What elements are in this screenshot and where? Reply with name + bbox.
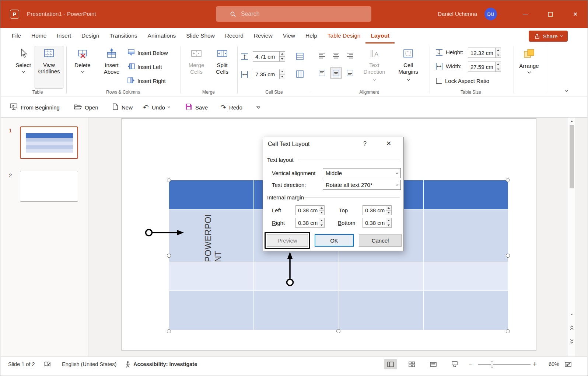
cell-height-input[interactable] bbox=[253, 52, 279, 61]
preview-button[interactable]: Preview bbox=[267, 234, 308, 247]
redo-button[interactable]: ↷ Redo bbox=[220, 104, 242, 111]
spin-down[interactable] bbox=[496, 67, 501, 72]
table-cell[interactable] bbox=[424, 262, 508, 290]
search-box[interactable] bbox=[216, 6, 371, 22]
tab-layout[interactable]: Layout bbox=[365, 28, 395, 43]
left-margin-input[interactable] bbox=[296, 206, 319, 215]
maximize-button[interactable] bbox=[538, 0, 563, 28]
zoom-in-button[interactable]: + bbox=[533, 360, 537, 369]
bottom-margin-field[interactable] bbox=[363, 218, 392, 228]
cancel-button[interactable]: Cancel bbox=[359, 234, 402, 247]
table-cell[interactable] bbox=[169, 262, 254, 290]
table-resize-handle[interactable] bbox=[506, 329, 510, 333]
tab-insert[interactable]: Insert bbox=[52, 28, 76, 43]
insert-left-button[interactable]: Insert Left bbox=[127, 62, 162, 72]
left-margin-field[interactable] bbox=[295, 205, 325, 215]
table-resize-handle[interactable] bbox=[167, 329, 171, 333]
table-resize-handle[interactable] bbox=[506, 178, 510, 182]
view-gridlines-toggle[interactable]: View Gridlines bbox=[35, 46, 63, 88]
slide-2-thumbnail[interactable] bbox=[20, 171, 78, 202]
scroll-up-button[interactable] bbox=[568, 118, 575, 125]
normal-view-button[interactable] bbox=[384, 359, 397, 369]
align-center-button[interactable] bbox=[330, 49, 342, 61]
spin-down[interactable] bbox=[280, 74, 285, 79]
reading-view-button[interactable] bbox=[427, 359, 440, 369]
spin-up[interactable] bbox=[386, 206, 391, 210]
right-margin-field[interactable] bbox=[295, 218, 325, 228]
language-indicator[interactable]: English (United States) bbox=[62, 360, 116, 369]
cell-width-spinner[interactable] bbox=[279, 69, 285, 79]
spin-up[interactable] bbox=[496, 48, 501, 53]
next-slide-button[interactable] bbox=[568, 336, 575, 346]
select-button[interactable]: Select bbox=[13, 46, 33, 88]
spell-check-icon[interactable] bbox=[43, 360, 51, 369]
align-left-button[interactable] bbox=[316, 49, 328, 61]
table-height-input[interactable] bbox=[468, 48, 495, 58]
table-width-field[interactable] bbox=[468, 62, 501, 72]
slide-indicator[interactable]: Slide 1 of 2 bbox=[8, 360, 35, 369]
distribute-rows-button[interactable] bbox=[294, 51, 306, 62]
table-cell[interactable] bbox=[424, 291, 508, 330]
lock-aspect-ratio-checkbox[interactable] bbox=[436, 78, 442, 84]
minimize-button[interactable] bbox=[513, 0, 538, 28]
spin-up[interactable] bbox=[280, 69, 285, 74]
ok-button[interactable]: OK bbox=[315, 234, 354, 247]
tab-record[interactable]: Record bbox=[220, 28, 249, 43]
slide-1-thumbnail[interactable] bbox=[20, 126, 78, 159]
cell-height-field[interactable] bbox=[253, 51, 285, 62]
align-bottom-button[interactable] bbox=[344, 67, 356, 79]
center-vertically-button[interactable] bbox=[330, 67, 342, 79]
slideshow-view-button[interactable] bbox=[448, 359, 461, 369]
align-top-button[interactable] bbox=[316, 67, 328, 79]
zoom-slider[interactable] bbox=[478, 364, 531, 365]
dialog-close-button[interactable]: ✕ bbox=[386, 140, 391, 147]
table-width-spinner[interactable] bbox=[495, 62, 501, 72]
left-margin-spinner[interactable] bbox=[319, 206, 324, 215]
powerpoint-logo-icon[interactable]: P bbox=[10, 10, 19, 19]
collapse-ribbon-button[interactable] bbox=[561, 87, 571, 94]
accessibility-status[interactable]: Accessibility: Investigate bbox=[133, 360, 197, 369]
right-margin-spinner[interactable] bbox=[319, 218, 324, 227]
fit-to-window-button[interactable] bbox=[561, 359, 575, 369]
cell-width-input[interactable] bbox=[253, 69, 279, 79]
zoom-level[interactable]: 60% bbox=[543, 360, 559, 369]
tab-review[interactable]: Review bbox=[249, 28, 278, 43]
arrange-button[interactable]: Arrange bbox=[515, 46, 543, 88]
tab-animations[interactable]: Animations bbox=[143, 28, 181, 43]
text-direction-dropdown[interactable]: Rotate all text 270° bbox=[323, 180, 401, 190]
cell-height-spinner[interactable] bbox=[279, 52, 285, 61]
delete-button[interactable]: Delete bbox=[71, 46, 94, 88]
qat-more-button[interactable] bbox=[256, 106, 260, 108]
from-beginning-button[interactable]: From Beginning bbox=[10, 102, 60, 112]
tab-view[interactable]: View bbox=[278, 28, 300, 43]
spin-up[interactable] bbox=[319, 206, 324, 210]
tab-transitions[interactable]: Transitions bbox=[104, 28, 142, 43]
insert-below-button[interactable]: Insert Below bbox=[127, 48, 168, 58]
spin-down[interactable] bbox=[280, 56, 285, 62]
table-cell[interactable] bbox=[254, 291, 339, 330]
table-cell[interactable] bbox=[254, 262, 339, 290]
scrollbar-thumb[interactable] bbox=[570, 125, 574, 188]
spin-up[interactable] bbox=[496, 62, 501, 67]
table-cell[interactable] bbox=[424, 210, 508, 262]
spin-up[interactable] bbox=[319, 218, 324, 223]
previous-slide-button[interactable] bbox=[568, 323, 575, 333]
top-margin-spinner[interactable] bbox=[386, 206, 391, 215]
table-resize-handle[interactable] bbox=[506, 254, 510, 258]
bottom-margin-spinner[interactable] bbox=[386, 218, 391, 227]
dialog-help-button[interactable]: ? bbox=[363, 140, 367, 147]
save-button[interactable]: Save bbox=[185, 103, 208, 111]
user-name[interactable]: Daniel Uchenna bbox=[438, 11, 477, 17]
spin-down[interactable] bbox=[386, 210, 391, 215]
spin-up[interactable] bbox=[386, 218, 391, 223]
tab-help[interactable]: Help bbox=[300, 28, 322, 43]
table-height-spinner[interactable] bbox=[495, 48, 501, 58]
spin-up[interactable] bbox=[280, 52, 285, 56]
align-right-button[interactable] bbox=[344, 49, 356, 61]
table-cell[interactable] bbox=[339, 262, 424, 290]
vertical-scrollbar[interactable] bbox=[568, 118, 575, 356]
table-resize-handle[interactable] bbox=[167, 254, 171, 258]
insert-right-button[interactable]: Insert Right bbox=[127, 76, 166, 86]
table-cell[interactable] bbox=[339, 291, 424, 330]
slide-sorter-view-button[interactable] bbox=[405, 359, 419, 369]
